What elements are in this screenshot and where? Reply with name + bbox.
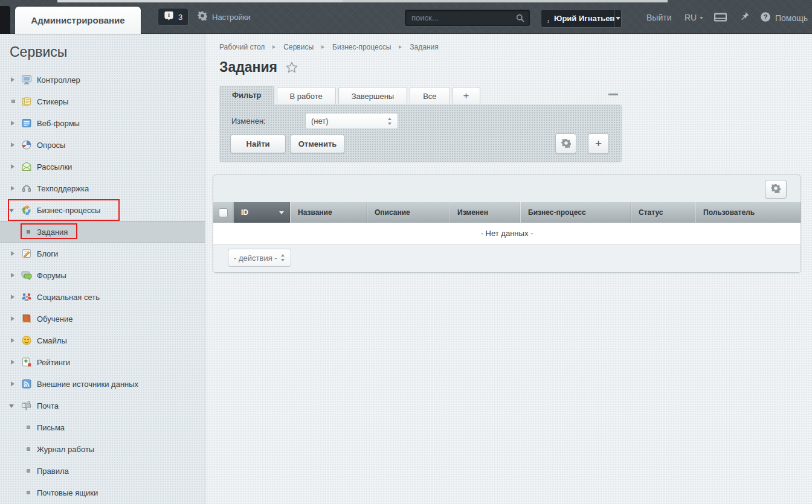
chevron-right-icon[interactable] (11, 316, 14, 321)
browser-edge-artifact (343, 0, 668, 2)
column-header-label: Название (298, 208, 332, 217)
tab-administration-label: Администрирование (31, 15, 124, 25)
find-button[interactable]: Найти (230, 135, 286, 153)
sidebar-item-почта[interactable]: Почта (0, 395, 205, 416)
chevron-right-icon[interactable] (11, 338, 14, 343)
sidebar-item-социальная-сеть[interactable]: Социальная сеть (0, 286, 205, 308)
data-grid: IDНазваниеОписаниеИзмененБизнес-процессС… (213, 174, 801, 273)
filter-add-button[interactable]: + (588, 133, 609, 154)
actions-select[interactable]: - действия - (228, 249, 291, 267)
chevron-right-icon[interactable] (11, 360, 14, 365)
column-header-название[interactable]: Название (290, 202, 367, 223)
tab-administration[interactable]: Администрирование (15, 7, 141, 34)
sidebar-item-label: Форумы (37, 271, 66, 280)
select-all-checkbox[interactable] (219, 208, 228, 217)
sidebar-item-почтовые-ящики[interactable]: Почтовые ящики (0, 482, 205, 503)
sidebar-item-бизнес-процессы[interactable]: Бизнес-процессы (0, 199, 205, 221)
user-menu-button[interactable]: Юрий Игнатьев (541, 9, 622, 28)
bullet-icon[interactable] (27, 230, 30, 234)
sidebar-item-правила[interactable]: Правила (0, 460, 205, 482)
gear-icon (561, 138, 571, 150)
filter-tab-завершены[interactable]: Завершены (338, 87, 407, 104)
filter-field-label: Изменен: (231, 116, 266, 126)
collapse-filter-icon[interactable] (608, 94, 618, 95)
sidebar-item-внешние-источники-данных[interactable]: Внешние источники данных (0, 373, 205, 395)
mail-icon (21, 400, 32, 411)
user-menu-caret[interactable] (614, 10, 621, 27)
add-filter-tab[interactable]: + (453, 87, 480, 104)
newsletters-icon (21, 161, 32, 172)
chevron-right-icon[interactable] (11, 273, 14, 278)
settings-button[interactable]: Настройки (198, 11, 251, 22)
sidebar-item-label: Стикеры (37, 97, 68, 106)
breadcrumb-item[interactable]: Задания (410, 43, 438, 51)
notifications-button[interactable]: i 3 (158, 8, 188, 26)
cancel-button[interactable]: Отменить (290, 135, 345, 153)
search-input[interactable] (405, 10, 513, 25)
chevron-right-icon[interactable] (11, 251, 14, 256)
bizproc-icon (21, 205, 32, 215)
svg-text:i: i (168, 12, 170, 18)
sidebar-item-стикеры[interactable]: Стикеры (0, 91, 205, 112)
breadcrumb-item[interactable]: Бизнес-процессы (332, 43, 391, 51)
sidebar-item-опросы[interactable]: Опросы (0, 134, 205, 156)
column-header-статус[interactable]: Статус (631, 202, 695, 223)
pin-icon[interactable] (740, 11, 750, 22)
breadcrumb-item[interactable]: Сервисы (283, 43, 314, 51)
bullet-icon[interactable] (11, 100, 15, 103)
sidebar-item-label: Обучение (37, 314, 72, 324)
column-header-id[interactable]: ID (233, 202, 290, 223)
keyboard-icon[interactable] (714, 12, 727, 22)
sidebar-item-форумы[interactable]: Форумы (0, 264, 205, 286)
filter-tab-в-работе[interactable]: В работе (277, 87, 336, 104)
chevron-right-icon[interactable] (11, 295, 14, 299)
favorite-star-icon[interactable] (285, 61, 298, 74)
chevron-right-icon[interactable] (11, 77, 14, 82)
filter-tab-фильтр[interactable]: Фильтр (219, 86, 274, 104)
logout-link[interactable]: Выйти (646, 13, 671, 22)
filter-settings-button[interactable] (555, 133, 576, 154)
sidebar-item-письма[interactable]: Письма (0, 416, 205, 438)
breadcrumb-item[interactable]: Рабочий стол (219, 43, 265, 51)
help-button[interactable]: ? Помощь (760, 11, 808, 24)
chevron-right-icon[interactable] (11, 142, 14, 147)
sidebar-item-техподдержка[interactable]: Техподдержка (0, 177, 205, 199)
filter-tabs: ФильтрВ работеЗавершеныВсе+ (219, 86, 480, 104)
bullet-icon[interactable] (27, 426, 30, 429)
chevron-right-icon[interactable] (11, 164, 14, 169)
sidebar-item-смайлы[interactable]: Смайлы (0, 330, 205, 351)
column-header-label: Пользователь (703, 208, 755, 217)
column-header-пользователь[interactable]: Пользователь (695, 202, 801, 223)
column-header-бизнес-процесс[interactable]: Бизнес-процесс (520, 202, 631, 223)
sidebar-item-веб-формы[interactable]: Веб-формы (0, 112, 205, 134)
chevron-down-icon[interactable] (9, 404, 14, 408)
sidebar-item-label: Журнал работы (37, 445, 94, 454)
breadcrumb-separator-icon (321, 45, 324, 49)
sidebar-item-задания[interactable]: Задания (0, 221, 205, 243)
search-icon[interactable] (515, 13, 525, 23)
sidebar-item-журнал-работы[interactable]: Журнал работы (0, 438, 205, 460)
chevron-down-icon[interactable] (9, 209, 14, 212)
sort-caret-icon[interactable] (279, 211, 284, 214)
chevron-right-icon[interactable] (11, 381, 14, 386)
language-selector[interactable]: RU (685, 13, 703, 22)
grid-header: IDНазваниеОписаниеИзмененБизнес-процессС… (213, 202, 801, 223)
chevron-right-icon[interactable] (11, 121, 14, 126)
column-header-изменен[interactable]: Изменен (450, 202, 520, 223)
controller-icon (21, 74, 32, 85)
filter-tab-все[interactable]: Все (410, 87, 450, 104)
column-header-описание[interactable]: Описание (367, 202, 450, 223)
sidebar-item-label: Социальная сеть (37, 293, 100, 302)
bullet-icon[interactable] (27, 447, 30, 451)
sidebar-item-обучение[interactable]: Обучение (0, 308, 205, 330)
sidebar-item-рейтинги[interactable]: Рейтинги (0, 351, 205, 373)
modified-select[interactable]: (нет) (305, 113, 398, 129)
sidebar-item-рассылки[interactable]: Рассылки (0, 156, 205, 177)
sidebar-item-контроллер[interactable]: Контроллер (0, 69, 205, 91)
sidebar-item-блоги[interactable]: Блоги (0, 243, 205, 264)
bullet-icon[interactable] (27, 491, 30, 494)
grid-settings-button[interactable] (765, 180, 787, 199)
bullet-icon[interactable] (27, 469, 30, 473)
chevron-right-icon[interactable] (11, 186, 14, 191)
help-label: Помощь (775, 13, 808, 23)
